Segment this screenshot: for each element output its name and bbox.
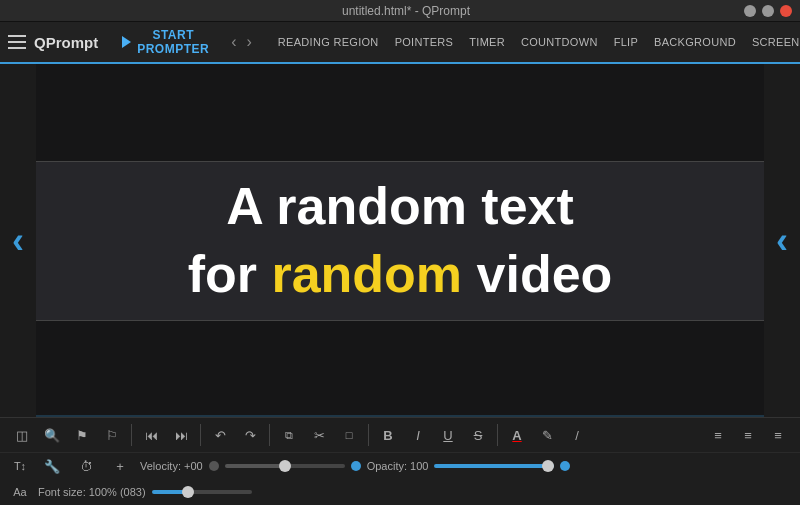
app-title: QPrompt — [34, 34, 98, 51]
opacity-slider[interactable] — [434, 464, 554, 468]
chevron-left-icon: › — [12, 223, 24, 259]
marker-button[interactable]: / — [563, 421, 591, 449]
align-left-button[interactable]: ≡ — [704, 421, 732, 449]
cut-button[interactable]: ✂ — [305, 421, 333, 449]
highlight-icon: ✎ — [542, 428, 553, 443]
nav-forward-button[interactable]: › — [243, 31, 256, 53]
chevron-right-icon: › — [776, 223, 788, 259]
titlebar-controls: — □ ✕ — [744, 5, 792, 17]
italic-icon: I — [416, 428, 420, 443]
font-size-icon-button[interactable]: T↕ — [8, 452, 32, 480]
menu-item-timer[interactable]: TIMER — [461, 32, 513, 52]
skip-forward-icon: ⏭ — [175, 428, 188, 443]
main-area: › A random text for random video › — [0, 64, 800, 417]
align-center-button[interactable]: ≡ — [734, 421, 762, 449]
font-size-button[interactable]: Aa — [8, 478, 32, 505]
prompter-line2-after: video — [462, 245, 612, 303]
start-prompter-button[interactable]: START PROMPTER — [114, 24, 217, 60]
prompter-line2: for random video — [188, 241, 613, 309]
underline-button[interactable]: U — [434, 421, 462, 449]
align-right-icon: ≡ — [774, 428, 782, 443]
paste-button[interactable]: □ — [335, 421, 363, 449]
redo-button[interactable]: ↷ — [236, 421, 264, 449]
search-button[interactable]: 🔍 — [38, 421, 66, 449]
hamburger-menu-button[interactable] — [8, 28, 26, 56]
italic-button[interactable]: I — [404, 421, 432, 449]
fontsize-label: Font size: 100% (083) — [38, 486, 146, 498]
skip-back-button[interactable]: ⏮ — [137, 421, 165, 449]
menu-item-flip[interactable]: FLIP — [606, 32, 646, 52]
toolbar-row2: T↕ 🔧 ⏱ + Velocity: +00 Opacity: 100 — [0, 453, 800, 479]
scroll-right-button[interactable]: › — [764, 64, 800, 417]
opacity-max-dot — [560, 461, 570, 471]
fontsize-slider[interactable] — [152, 490, 252, 494]
font-color-icon: A — [512, 428, 521, 443]
separator — [368, 424, 369, 446]
menu-items: READING REGION POINTERS TIMER COUNTDOWN … — [270, 32, 800, 52]
prompter-text: A random text for random video — [168, 173, 633, 308]
highlight-button[interactable]: ✎ — [533, 421, 561, 449]
start-prompter-label: START PROMPTER — [137, 28, 209, 56]
hamburger-line — [8, 41, 26, 43]
scissors-icon: ✂ — [314, 428, 325, 443]
menu-item-screens[interactable]: SCREENS — [744, 32, 800, 52]
copy-icon: ⧉ — [285, 429, 293, 442]
marker-icon: / — [575, 428, 579, 443]
top-overlay — [36, 64, 764, 161]
add-button[interactable]: + — [106, 452, 134, 480]
settings-button[interactable]: 🔧 — [38, 452, 66, 480]
velocity-slider[interactable] — [225, 464, 345, 468]
start-prompter-arrow-icon — [122, 36, 131, 48]
plus-icon: + — [116, 459, 124, 474]
sidebar-toggle-button[interactable]: ◫ — [8, 421, 36, 449]
bold-button[interactable]: B — [374, 421, 402, 449]
skip-back-icon: ⏮ — [145, 428, 158, 443]
menubar: QPrompt START PROMPTER ‹ › READING REGIO… — [0, 22, 800, 64]
toolbar: ◫ 🔍 ⚑ ⚐ ⏮ ⏭ ↶ ↷ ⧉ ✂ □ B I U S A ✎ / ≡ ≡ … — [0, 417, 800, 505]
menu-item-background[interactable]: BACKGROUND — [646, 32, 744, 52]
bookmark2-button[interactable]: ⚐ — [98, 421, 126, 449]
prompter-line2-before: for — [188, 245, 272, 303]
bookmark2-icon: ⚐ — [106, 428, 118, 443]
search-icon: 🔍 — [44, 428, 60, 443]
redo-icon: ↷ — [245, 428, 256, 443]
prompter-line2-highlight: random — [271, 245, 462, 303]
separator — [497, 424, 498, 446]
velocity-min-dot — [209, 461, 219, 471]
titlebar: untitled.html* - QPrompt — □ ✕ — [0, 0, 800, 22]
undo-button[interactable]: ↶ — [206, 421, 234, 449]
toolbar-row1: ◫ 🔍 ⚑ ⚐ ⏮ ⏭ ↶ ↷ ⧉ ✂ □ B I U S A ✎ / ≡ ≡ … — [0, 418, 800, 453]
titlebar-title: untitled.html* - QPrompt — [68, 4, 744, 18]
align-group: ≡ ≡ ≡ — [704, 421, 792, 449]
menu-item-reading-region[interactable]: READING REGION — [270, 32, 387, 52]
align-right-button[interactable]: ≡ — [764, 421, 792, 449]
align-center-icon: ≡ — [744, 428, 752, 443]
separator — [269, 424, 270, 446]
menu-item-pointers[interactable]: POINTERS — [387, 32, 462, 52]
undo-icon: ↶ — [215, 428, 226, 443]
copy-button[interactable]: ⧉ — [275, 421, 303, 449]
timer-button[interactable]: ⏱ — [72, 452, 100, 480]
maximize-button[interactable]: □ — [762, 5, 774, 17]
toolbar-row3: Aa Font size: 100% (083) — [0, 479, 800, 505]
sidebar-icon: ◫ — [16, 428, 28, 443]
align-left-icon: ≡ — [714, 428, 722, 443]
bottom-overlay — [36, 321, 764, 418]
scroll-left-button[interactable]: › — [0, 64, 36, 417]
aa-icon: Aa — [13, 486, 26, 498]
strikethrough-button[interactable]: S — [464, 421, 492, 449]
underline-icon: U — [443, 428, 452, 443]
skip-forward-button[interactable]: ⏭ — [167, 421, 195, 449]
hamburger-line — [8, 47, 26, 49]
separator — [200, 424, 201, 446]
minimize-button[interactable]: — — [744, 5, 756, 17]
nav-back-button[interactable]: ‹ — [227, 31, 240, 53]
prompter-line1: A random text — [188, 173, 613, 241]
velocity-label: Velocity: +00 — [140, 460, 203, 472]
velocity-max-dot — [351, 461, 361, 471]
close-button[interactable]: ✕ — [780, 5, 792, 17]
nav-arrows: ‹ › — [227, 31, 256, 53]
font-color-button[interactable]: A — [503, 421, 531, 449]
bookmark-button[interactable]: ⚑ — [68, 421, 96, 449]
menu-item-countdown[interactable]: COUNTDOWN — [513, 32, 606, 52]
